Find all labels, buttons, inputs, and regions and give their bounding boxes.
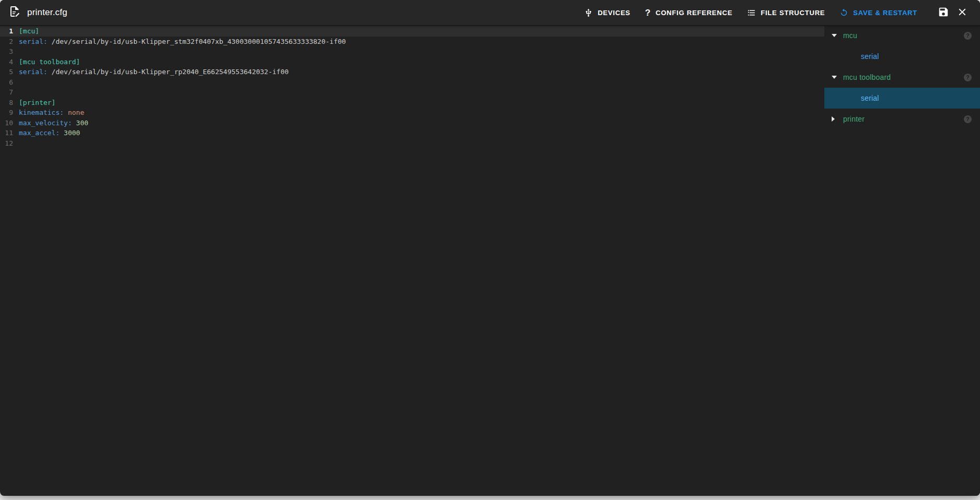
code-line[interactable]: 2 serial: /dev/serial/by-id/usb-Klipper_… [0,37,824,47]
code-token: /dev/serial/by-id/usb-Klipper_stm32f0407… [48,38,346,45]
code-line[interactable]: 1 [mcu] [0,26,824,37]
code-token: /dev/serial/by-id/usb-Klipper_rp2040_E66… [48,68,289,76]
help-circle-icon[interactable]: ? [964,32,972,40]
save-icon [938,6,949,19]
devices-button[interactable]: DEVICES [577,3,638,22]
chevron-right-icon[interactable] [832,116,835,122]
code-token: [mcu toolboard] [19,58,80,66]
save-restart-button-label: SAVE & RESTART [853,9,917,17]
help-circle-icon[interactable]: ? [964,115,972,123]
tree-item-label: serial [861,94,879,102]
code-token: max_velocity: [19,119,72,127]
line-number: 12 [0,138,16,149]
code-line-text[interactable]: max_accel: 3000 [16,128,80,138]
line-number: 5 [0,67,16,77]
code-line-text[interactable] [16,87,23,98]
tree-item-mcu-toolboard[interactable]: mcu toolboard ? [824,67,980,88]
code-line[interactable]: 3 [0,46,824,57]
tree-item-serial[interactable]: serial ? [824,46,980,67]
tree-item-serial[interactable]: serial ? [824,88,980,109]
devices-button-label: DEVICES [598,9,631,17]
code-line-text[interactable]: [mcu toolboard] [16,57,80,67]
tree-item-label: mcu [843,31,857,40]
tree-item-printer[interactable]: printer ? [824,109,980,129]
restart-icon [839,8,848,17]
close-icon [956,6,968,19]
line-number: 8 [0,98,16,108]
tree-item-label: serial [861,52,879,61]
config-reference-button-label: CONFIG REFERENCE [656,9,732,17]
help-icon: ? [645,8,651,17]
caret-box[interactable] [832,116,843,122]
save-restart-button[interactable]: SAVE & RESTART [832,3,925,22]
caret-box[interactable] [832,76,843,79]
code-line[interactable]: 8 [printer] [0,98,824,108]
tree-item-label: printer [843,115,865,123]
usb-icon [584,8,593,17]
code-token: none [64,109,84,116]
code-token: max_accel: [19,129,60,137]
list-icon [747,8,756,17]
code-line-text[interactable]: max_velocity: 300 [16,118,88,128]
help-circle-icon[interactable]: ? [964,74,972,81]
code-line[interactable]: 10 max_velocity: 300 [0,118,824,128]
top-app-bar: printer.cfg DEVICES ? CONFIG REFERENCE [0,0,980,25]
line-number: 4 [0,57,16,67]
code-line[interactable]: 12 [0,138,824,149]
code-line-text[interactable] [16,46,23,57]
save-button[interactable] [934,3,953,22]
code-line-text[interactable]: [mcu] [16,26,39,37]
code-line[interactable]: 6 [0,77,824,88]
code-token: serial: [19,68,48,76]
config-editor-dialog: printer.cfg DEVICES ? CONFIG REFERENCE [0,0,980,496]
line-number: 7 [0,87,16,98]
code-line[interactable]: 4 [mcu toolboard] [0,57,824,67]
code-line[interactable]: 5 serial: /dev/serial/by-id/usb-Klipper_… [0,67,824,77]
code-token: [printer] [19,99,55,106]
line-number: 11 [0,128,16,138]
tree-item-mcu[interactable]: mcu ? [824,25,980,46]
tree-item-label: mcu toolboard [843,73,891,81]
file-structure-button[interactable]: FILE STRUCTURE [740,3,832,22]
file-structure-sidebar: mcu ? serial ? mcu toolboard ? serial ? … [824,25,980,496]
line-number: 10 [0,118,16,128]
code-line[interactable]: 9 kinematics: none [0,108,824,118]
code-token: [mcu] [19,27,39,35]
code-line[interactable]: 11 max_accel: 3000 [0,128,824,138]
page-title: printer.cfg [27,7,67,18]
file-title-group: printer.cfg [8,5,67,20]
code-token: 300 [72,119,88,127]
code-line-text[interactable]: serial: /dev/serial/by-id/usb-Klipper_st… [16,37,346,47]
config-reference-button[interactable]: ? CONFIG REFERENCE [638,3,740,22]
code-token: 3000 [60,129,80,137]
file-edit-icon [8,5,21,20]
line-number: 6 [0,77,16,88]
line-number: 9 [0,108,16,118]
line-number: 3 [0,46,16,57]
code-line-text[interactable] [16,138,23,149]
code-line-text[interactable]: serial: /dev/serial/by-id/usb-Klipper_rp… [16,67,289,77]
chevron-down-icon[interactable] [832,76,837,79]
toolbar-actions: DEVICES ? CONFIG REFERENCE FILE STRUCTUR… [577,3,972,22]
code-line-text[interactable] [16,77,23,88]
line-number: 1 [0,26,16,37]
close-button[interactable] [953,3,972,22]
code-token: kinematics: [19,109,64,116]
main-content: 1 [mcu] 2 serial: /dev/serial/by-id/usb-… [0,25,980,496]
code-line-text[interactable]: [printer] [16,98,55,108]
code-line[interactable]: 7 [0,87,824,98]
file-structure-button-label: FILE STRUCTURE [761,9,825,17]
caret-box[interactable] [832,34,843,37]
code-line-text[interactable]: kinematics: none [16,108,84,118]
chevron-down-icon[interactable] [832,34,837,37]
line-number: 2 [0,37,16,47]
code-token: serial: [19,38,48,45]
code-editor[interactable]: 1 [mcu] 2 serial: /dev/serial/by-id/usb-… [0,25,824,496]
